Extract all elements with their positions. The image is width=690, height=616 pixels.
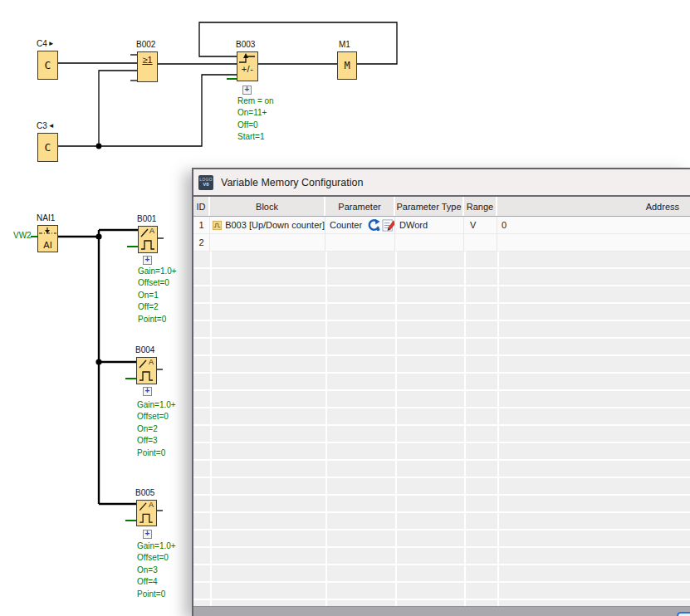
- block-b003-name: B003: [236, 40, 255, 49]
- cell-id: 2: [193, 234, 210, 251]
- block-b005-name: B005: [135, 488, 154, 497]
- dialog-title: Variable Memory Configuration: [221, 177, 363, 188]
- param-line: Point=0: [138, 314, 177, 325]
- table-header-row: ID Block Parameter Parameter Type Range …: [193, 197, 690, 217]
- updown-symbol: +/-: [242, 64, 254, 74]
- block-c3-name: C3: [37, 121, 47, 130]
- cell-block: [210, 234, 325, 251]
- plus-icon: +: [245, 85, 250, 94]
- block-b002-label: B002: [136, 40, 155, 49]
- block-b003-label: B003: [236, 40, 255, 49]
- block-b002[interactable]: ≥1: [137, 51, 158, 82]
- block-nai1-name: NAI1: [37, 213, 55, 222]
- param-line: Rem = on: [237, 95, 274, 107]
- cell-address: 0: [497, 217, 690, 233]
- param-line: Gain=1.0+: [137, 540, 176, 552]
- param-line: Start=1: [237, 131, 274, 143]
- param-line: Gain=1.0+: [137, 399, 176, 411]
- sync-parameter-icon[interactable]: [366, 218, 380, 232]
- block-b001-name: B001: [137, 214, 156, 223]
- block-b001[interactable]: A: [138, 226, 158, 253]
- empty-table-rows[interactable]: [193, 252, 690, 606]
- param-line: On=2: [137, 423, 176, 435]
- table-row[interactable]: 2: [193, 234, 690, 252]
- block-c4-symbol: C: [45, 59, 51, 71]
- column-header-address: Address: [497, 197, 690, 216]
- plus-icon: +: [145, 529, 150, 538]
- dialog-bottom-bar: [193, 606, 690, 616]
- cell-range: V: [464, 217, 497, 233]
- or-gate-symbol: ≥1: [142, 55, 152, 65]
- column-separator: [497, 252, 499, 606]
- param-line: Offset=0: [137, 411, 176, 423]
- analog-input-symbol: AI: [38, 240, 57, 250]
- block-c3-symbol: C: [45, 141, 51, 154]
- cell-parameter-type: DWord: [395, 217, 464, 233]
- block-b001-label: B001: [137, 214, 156, 223]
- cell-block: B003 [Up/Down counter]: [210, 217, 325, 233]
- cell-parameter: Counter: [325, 217, 395, 233]
- wire-c3-b002: [99, 71, 137, 146]
- column-separator: [395, 252, 397, 606]
- block-m1-label: M1: [339, 40, 350, 49]
- b004-parameter-text: Gain=1.0+ Offset=0 On=2 Off=3 Point=0: [137, 399, 176, 459]
- network-input-ref: VW2: [13, 231, 32, 240]
- table-row[interactable]: 1 B003 [Up/Down counter] Counter: [193, 217, 690, 234]
- param-line: Off=4: [137, 576, 176, 588]
- column-header-range: Range: [464, 197, 497, 216]
- block-c4-name: C4: [37, 39, 47, 48]
- block-c4[interactable]: C: [37, 51, 58, 80]
- network-analog-icon: [38, 227, 57, 237]
- block-b005[interactable]: A: [136, 500, 157, 526]
- cell-block-text: B003 [Up/Down counter]: [225, 220, 325, 230]
- param-line: Off=3: [137, 435, 176, 447]
- b005-parameter-text: Gain=1.0+ Offset=0 On=3 Off=4 Point=0: [137, 540, 176, 600]
- cursor-left-icon: ◄: [48, 123, 55, 130]
- cell-parameter-type: [395, 234, 464, 251]
- expand-params-button[interactable]: +: [143, 387, 152, 396]
- block-c3-label: C3 ◄: [37, 121, 55, 130]
- edit-parameter-icon[interactable]: [382, 218, 395, 232]
- param-line: On=3: [137, 565, 176, 576]
- logo-icon-text: V8: [203, 182, 208, 187]
- cell-address: [497, 234, 690, 251]
- block-b004-name: B004: [135, 345, 154, 354]
- block-nai1[interactable]: AI: [37, 225, 58, 252]
- plus-icon: +: [145, 386, 150, 395]
- wire-c3-b003: [58, 75, 237, 146]
- junction-dot: [96, 144, 102, 149]
- analog-letter: A: [149, 501, 154, 509]
- param-line: Off=2: [138, 301, 177, 313]
- analog-letter: A: [149, 358, 154, 366]
- plus-icon: +: [145, 255, 150, 264]
- block-b004-label: B004: [135, 345, 154, 354]
- block-b005-label: B005: [135, 488, 154, 497]
- param-line: Point=0: [137, 447, 176, 459]
- column-header-block: Block: [210, 197, 325, 216]
- block-b002-name: B002: [136, 40, 155, 49]
- cell-parameter-text: Counter: [330, 220, 362, 230]
- expand-params-button[interactable]: +: [242, 86, 252, 95]
- fbd-canvas[interactable]: C4 ► C C3 ◄ C B002 ≥1 B003 +/- + Rem = o…: [0, 0, 690, 616]
- block-c4-label: C4 ►: [37, 39, 55, 48]
- junction-dot: [95, 233, 101, 239]
- marker-symbol: M: [344, 60, 350, 71]
- b001-parameter-text: Gain=1.0+ Offset=0 On=1 Off=2 Point=0: [138, 266, 177, 325]
- param-line: On=11+: [237, 107, 274, 119]
- expand-params-button[interactable]: +: [143, 256, 152, 265]
- column-header-parameter: Parameter: [325, 197, 395, 216]
- block-m1[interactable]: M: [337, 51, 357, 80]
- param-line: Offset=0: [137, 552, 176, 564]
- dialog-titlebar[interactable]: LOGO V8 Variable Memory Configuration: [193, 169, 690, 195]
- analog-letter: A: [149, 227, 154, 235]
- expand-params-button[interactable]: +: [143, 530, 152, 539]
- column-separator: [325, 252, 327, 606]
- block-b003[interactable]: +/-: [237, 51, 258, 81]
- cell-parameter: [325, 234, 395, 251]
- block-c3[interactable]: C: [37, 133, 58, 162]
- block-b004[interactable]: A: [136, 357, 157, 384]
- ok-button[interactable]: [677, 612, 690, 616]
- cell-id: 1: [193, 217, 210, 233]
- column-header-parameter-type: Parameter Type: [395, 197, 464, 216]
- param-line: Offset=0: [138, 277, 177, 289]
